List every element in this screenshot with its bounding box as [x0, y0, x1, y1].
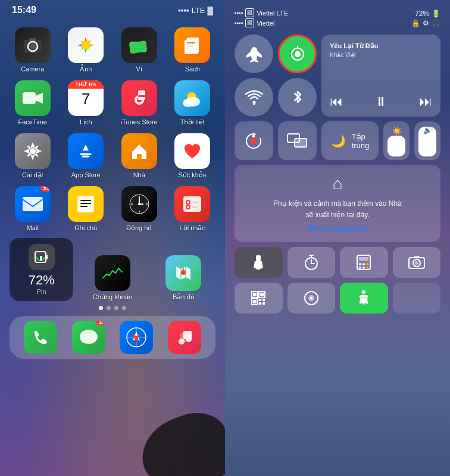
mail-label: Mail — [27, 224, 39, 231]
calculator-btn[interactable] — [340, 247, 388, 278]
np-next[interactable]: ⏭ — [419, 94, 432, 109]
app-camera[interactable]: Camera — [10, 27, 56, 73]
lens-btn[interactable] — [288, 283, 336, 314]
svg-point-23 — [30, 148, 36, 154]
timer-btn[interactable] — [288, 247, 336, 278]
wallet-icon — [121, 27, 157, 63]
svg-rect-44 — [192, 202, 198, 203]
cellular-toggle[interactable] — [278, 35, 317, 73]
app-notes[interactable]: Ghi chú — [63, 186, 110, 232]
brightness-icon: ☀️ — [392, 126, 402, 136]
svg-rect-60 — [180, 333, 189, 342]
notes-label: Ghi chú — [74, 224, 97, 231]
books-label: Sách — [185, 65, 200, 73]
dock-phone[interactable] — [24, 321, 57, 354]
health-icon — [174, 133, 210, 169]
np-prev[interactable]: ⏮ — [330, 94, 343, 109]
focus-btn[interactable]: 🌙 Tập trung — [321, 121, 379, 160]
app-settings[interactable]: Cài đặt — [10, 133, 56, 179]
app-grid: Camera Ản — [0, 15, 225, 238]
app-facetime[interactable]: FaceTime — [10, 80, 56, 126]
cc-battery-icon: 🔋 — [432, 10, 440, 18]
volume-icon: 🔊 — [423, 126, 432, 134]
brightness-slider[interactable]: ☀️ — [383, 121, 410, 160]
facetime-icon — [15, 80, 51, 116]
app-photos[interactable]: Ảnh — [63, 27, 110, 73]
volume-slider[interactable]: 🔊 — [414, 121, 440, 160]
svg-rect-29 — [80, 200, 91, 201]
app-stocks[interactable]: Chứng khoán — [80, 238, 144, 301]
app-itunes[interactable]: iTunes Store — [116, 80, 162, 126]
dock-safari[interactable] — [120, 321, 153, 354]
svg-rect-99 — [259, 302, 261, 305]
app-calendar[interactable]: THỨ BA 7 Lịch — [63, 80, 110, 126]
svg-point-49 — [181, 270, 186, 275]
open-home-link[interactable]: Mở ứng dụng Nhà — [244, 224, 431, 233]
app-books[interactable]: Sách — [170, 27, 216, 73]
app-clock[interactable]: Đồng hồ — [116, 186, 162, 232]
accessibility-btn[interactable] — [340, 283, 388, 314]
carrier1-label: Viettel LTE — [257, 10, 288, 17]
camera-cc-btn[interactable] — [393, 247, 441, 278]
dock-music[interactable] — [168, 321, 201, 354]
weather-label: Thời tiết — [180, 118, 205, 126]
svg-rect-97 — [259, 299, 261, 301]
facetime-label: FaceTime — [18, 118, 48, 126]
svg-rect-80 — [359, 257, 368, 261]
now-playing: Yêu Lại Từ Đầu Khắc Việt ⏮ ⏸ ⏭ — [321, 35, 440, 117]
app-health[interactable]: Sức khỏe — [170, 133, 216, 179]
dock-messages-icon: 17 — [72, 321, 105, 354]
wifi-toggle[interactable] — [235, 78, 273, 117]
battery-percent: 72% — [29, 273, 55, 288]
dot-4 — [122, 306, 126, 310]
svg-point-104 — [362, 290, 365, 294]
bluetooth-toggle[interactable] — [278, 78, 317, 117]
battery-widget-icon — [29, 244, 55, 270]
dock-messages[interactable]: 17 — [72, 321, 105, 354]
quick-actions-row1 — [235, 247, 440, 278]
svg-rect-100 — [262, 302, 265, 305]
app-wallet[interactable]: Ví — [116, 27, 162, 73]
svg-point-85 — [362, 267, 365, 269]
svg-point-73 — [256, 267, 261, 270]
svg-point-82 — [362, 263, 365, 265]
mail-badge: 95 — [40, 186, 51, 192]
cc-battery-row: 72% 🔋 — [415, 10, 440, 18]
svg-rect-27 — [23, 197, 43, 211]
airplane-toggle[interactable] — [235, 35, 273, 73]
svg-rect-92 — [253, 293, 257, 296]
svg-rect-48 — [40, 256, 42, 261]
appstore-label: App Store — [71, 171, 101, 178]
cc-status-bar: ▪▪▪▪ 圆 Viettel LTE ▪▪▪▪ 圆 Viettel 72% 🔋 … — [235, 8, 440, 29]
svg-marker-15 — [36, 93, 43, 104]
app-reminders[interactable]: Lời nhắc — [170, 186, 216, 232]
svg-rect-90 — [414, 256, 420, 258]
signal-bars-2: ▪▪▪▪ — [235, 20, 243, 26]
rotation-lock-btn[interactable] — [235, 121, 273, 160]
screen-mirror-btn[interactable] — [278, 121, 317, 160]
svg-point-66 — [251, 138, 257, 144]
app-home[interactable]: Nhà — [116, 133, 162, 179]
torch-btn[interactable] — [235, 247, 283, 278]
wallet-label: Ví — [136, 65, 142, 73]
app-maps[interactable]: Bản đồ — [152, 238, 215, 301]
cc-carrier1-row: ▪▪▪▪ 圆 Viettel LTE — [235, 8, 288, 17]
clock-label: Đồng hồ — [126, 224, 152, 232]
weather-icon — [174, 80, 210, 116]
svg-rect-41 — [183, 196, 201, 212]
camera-label: Camera — [21, 65, 44, 73]
app-appstore[interactable]: App Store — [63, 133, 110, 179]
app-weather[interactable]: Thời tiết — [170, 80, 216, 126]
np-play[interactable]: ⏸ — [374, 94, 388, 109]
camera-icon — [15, 27, 51, 63]
calendar-icon: THỨ BA 7 — [68, 80, 104, 116]
focus-label: Tập trung — [352, 132, 370, 150]
qr-btn[interactable] — [235, 283, 283, 314]
app-mail[interactable]: 95 Mail — [10, 186, 56, 232]
svg-point-84 — [359, 267, 361, 269]
svg-point-22 — [183, 99, 193, 107]
settings-label: Cài đặt — [22, 171, 43, 179]
home-app-icon — [121, 133, 157, 169]
status-bar-left: 15:49 ▪▪▪▪ LTE ▓ — [0, 0, 225, 15]
np-controls: ⏮ ⏸ ⏭ — [330, 94, 432, 109]
